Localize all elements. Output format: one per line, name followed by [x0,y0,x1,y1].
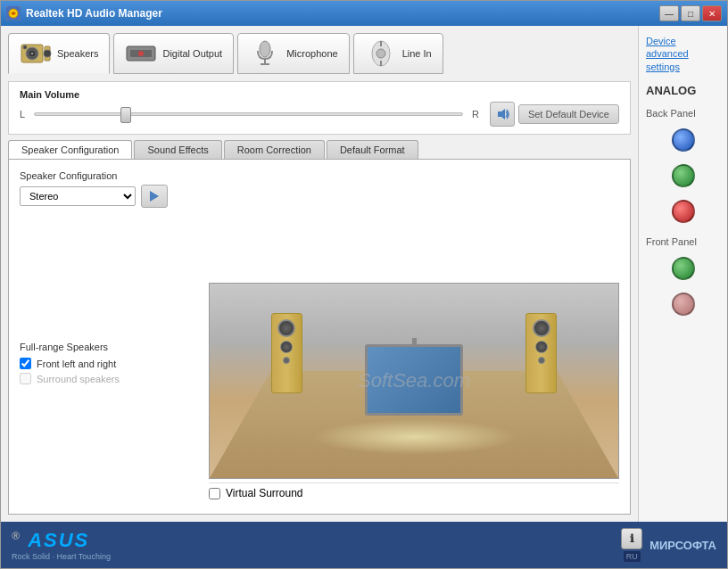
front-speakers-label: Front left and right [37,359,116,369]
footer-right: ℹ RU МИРСОФТА [621,528,716,562]
tab-default-format[interactable]: Default Format [327,140,418,159]
front-speakers-row: Front left and right [20,358,198,369]
right-speaker [525,313,557,393]
left-speaker [271,313,302,393]
right-sidebar: Device advanced settings ANALOG Back Pan… [638,26,727,522]
tv-display [365,344,463,416]
stage: SoftSea.com [209,283,619,479]
speaker-tweeter-right [535,341,548,353]
tab-speaker-configuration[interactable]: Speaker Configuration [8,140,132,159]
volume-section: Main Volume L R [8,81,631,135]
analog-label: ANALOG [646,84,720,97]
back-panel-label: Back Panel [646,108,720,119]
left-label: L [20,109,25,120]
device-advanced-settings-link[interactable]: Device advanced settings [646,35,720,73]
asus-brand-text: ® ASUS [12,529,111,552]
ru-label: RU [624,551,641,562]
surround-speakers-checkbox[interactable] [20,373,31,384]
speaker-woofer-right [533,319,550,337]
virtual-surround-label: Virtual Surround [226,487,303,499]
svg-point-6 [23,45,27,49]
microphone-tab-label: Microphone [286,48,337,59]
line-in-tab-label: Line In [402,48,432,59]
tab-sound-effects[interactable]: Sound Effects [134,140,221,159]
speaker-icon [495,107,509,121]
content-area: Speakers Digital Output [1,26,727,522]
virtual-surround-checkbox[interactable] [209,488,220,499]
inner-tabs: Speaker Configuration Sound Effects Room… [8,140,631,160]
tab-digital-output[interactable]: Digital Output [113,33,234,74]
speakers-icon [20,37,52,70]
inner-tab-section: Speaker Configuration Sound Effects Room… [8,140,631,515]
window-title: Realtek HD Audio Manager [26,7,162,20]
tab-microphone[interactable]: Microphone [237,33,349,74]
right-label: R [472,109,479,120]
asus-logo: ® ASUS Rock Solid · Heart Touching [12,529,111,561]
speaker-visualization: SoftSea.com Virtual Surround [209,170,619,503]
back-blue-connector[interactable] [672,128,695,152]
front-speakers-checkbox[interactable] [20,358,31,369]
mute-button[interactable] [490,102,515,127]
front-green-connector[interactable] [672,257,695,280]
tab-room-correction[interactable]: Room Correction [224,140,325,159]
set-default-button[interactable]: Set Default Device [518,104,619,124]
microphone-icon [249,37,281,70]
main-area: Speakers Digital Output [1,26,638,522]
tab-content-speaker-config: Speaker Configuration Stereo Quadraphoni… [8,160,631,515]
mirsofta-label: МИРСОФТА [649,539,716,552]
config-select-row: Stereo Quadraphonic 5.1 Speaker 7.1 Spea… [20,185,198,208]
speaker-config-section-label: Speaker Configuration [20,170,198,181]
volume-slider-thumb[interactable] [120,107,131,123]
speakers-tab-label: Speakers [57,48,98,59]
play-button[interactable] [141,185,168,208]
svg-marker-19 [498,109,505,120]
title-controls: — □ ✕ [659,5,722,21]
virtual-surround-row: Virtual Surround [209,482,619,503]
svg-point-16 [376,49,385,58]
front-panel-label: Front Panel [646,236,720,247]
tab-speakers[interactable]: Speakers [8,33,110,74]
back-green-connector[interactable] [672,164,695,187]
speaker-woofer-left [277,319,295,337]
main-window: Realtek HD Audio Manager — □ ✕ [0,0,728,569]
volume-title: Main Volume [20,89,91,100]
surround-speakers-row: Surround speakers [20,373,198,384]
asus-tagline: Rock Solid · Heart Touching [12,552,111,561]
svg-point-5 [31,53,34,55]
line-in-icon [365,37,397,70]
surround-speakers-label: Surround speakers [37,374,120,384]
maximize-button[interactable]: □ [681,5,700,21]
speaker-config-select[interactable]: Stereo Quadraphonic 5.1 Speaker 7.1 Spea… [20,186,136,206]
left-panel: Speaker Configuration Stereo Quadraphoni… [20,170,198,503]
speaker-tweeter-left [280,341,293,353]
title-bar: Realtek HD Audio Manager — □ ✕ [1,1,727,26]
title-bar-left: Realtek HD Audio Manager [6,6,162,21]
back-red-connector[interactable] [672,200,695,223]
svg-point-8 [44,50,51,57]
minimize-button[interactable]: — [659,5,679,21]
footer: ® ASUS Rock Solid · Heart Touching ℹ RU … [1,522,727,568]
device-tabs: Speakers Digital Output [8,33,631,74]
volume-slider-track[interactable] [34,112,463,116]
play-triangle-icon [150,191,159,202]
info-button[interactable]: ℹ [621,528,642,549]
close-button[interactable]: ✕ [702,5,722,21]
app-icon [6,6,21,21]
digital-output-icon [125,37,157,70]
full-range-section: Full-range Speakers Front left and right… [20,342,198,388]
tab-line-in[interactable]: Line In [353,33,443,74]
front-pink-connector[interactable] [672,293,695,316]
svg-point-11 [138,51,144,56]
svg-point-12 [260,41,270,57]
full-range-title: Full-range Speakers [20,342,198,352]
digital-output-tab-label: Digital Output [162,48,222,59]
